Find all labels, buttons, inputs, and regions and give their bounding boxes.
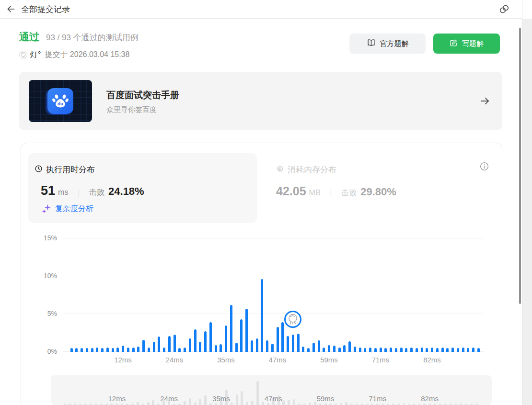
- runtime-bar[interactable]: [354, 347, 356, 352]
- runtime-bar[interactable]: [431, 348, 433, 352]
- x-axis-label: 24ms: [159, 356, 190, 364]
- runtime-bar[interactable]: [96, 348, 98, 352]
- runtime-bar[interactable]: [112, 348, 114, 352]
- runtime-bar[interactable]: [364, 348, 366, 352]
- runtime-bar[interactable]: [235, 343, 238, 352]
- runtime-bar[interactable]: [173, 335, 176, 352]
- copy-link-icon[interactable]: [497, 2, 511, 16]
- runtime-bar[interactable]: [416, 348, 418, 352]
- back-arrow-icon[interactable]: [5, 3, 17, 15]
- runtime-bar[interactable]: [405, 348, 407, 352]
- runtime-bar[interactable]: [106, 348, 109, 352]
- info-icon[interactable]: [479, 161, 489, 173]
- runtime-bar[interactable]: [441, 348, 444, 352]
- user-avatar[interactable]: [19, 51, 27, 59]
- histogram-minimap[interactable]: 12ms24ms35ms47ms59ms71ms82ms: [51, 375, 492, 405]
- runtime-bar[interactable]: [451, 348, 454, 352]
- runtime-bar[interactable]: [142, 340, 145, 352]
- runtime-bar[interactable]: [127, 348, 129, 352]
- scrollbar-thumb[interactable]: [519, 28, 521, 304]
- runtime-bar[interactable]: [122, 346, 124, 352]
- runtime-bar[interactable]: [338, 348, 341, 352]
- runtime-bar[interactable]: [312, 343, 315, 352]
- complexity-analysis-link[interactable]: 复杂度分析: [41, 203, 93, 214]
- runtime-bar[interactable]: [245, 309, 248, 352]
- runtime-bar[interactable]: [261, 279, 263, 352]
- runtime-bar[interactable]: [230, 305, 232, 352]
- runtime-bar[interactable]: [426, 348, 428, 352]
- memory-panel[interactable]: 消耗内存分布: [276, 164, 336, 175]
- runtime-bar[interactable]: [384, 348, 387, 352]
- username[interactable]: 灯°: [30, 50, 41, 60]
- user-result-marker[interactable]: [284, 311, 301, 328]
- runtime-bar[interactable]: [277, 327, 279, 352]
- runtime-bar[interactable]: [374, 348, 377, 352]
- runtime-bar[interactable]: [446, 348, 449, 352]
- runtime-bar[interactable]: [189, 338, 191, 352]
- runtime-bar[interactable]: [436, 348, 439, 352]
- runtime-bar[interactable]: [116, 348, 119, 352]
- runtime-bar[interactable]: [251, 340, 253, 352]
- runtime-bar[interactable]: [400, 348, 403, 352]
- runtime-bar[interactable]: [91, 348, 93, 352]
- runtime-bar[interactable]: [390, 348, 392, 352]
- runtime-bar[interactable]: [462, 348, 464, 352]
- runtime-bar[interactable]: [323, 348, 325, 352]
- runtime-bar[interactable]: [318, 340, 320, 352]
- runtime-bar[interactable]: [292, 335, 294, 352]
- runtime-bar[interactable]: [271, 344, 274, 352]
- runtime-bar[interactable]: [421, 348, 423, 352]
- y-axis-label: 15%: [33, 234, 57, 242]
- runtime-bar[interactable]: [194, 329, 197, 352]
- runtime-bar[interactable]: [410, 348, 413, 352]
- runtime-bar[interactable]: [209, 322, 212, 352]
- runtime-bar[interactable]: [168, 336, 171, 352]
- runtime-bar[interactable]: [137, 347, 139, 352]
- runtime-bar[interactable]: [369, 348, 371, 352]
- runtime-bar[interactable]: [220, 344, 222, 352]
- runtime-bar[interactable]: [70, 348, 73, 352]
- runtime-bar[interactable]: [281, 322, 284, 352]
- runtime-bar[interactable]: [86, 348, 88, 352]
- runtime-bar[interactable]: [457, 348, 459, 352]
- runtime-bar[interactable]: [204, 331, 207, 352]
- runtime-bar[interactable]: [348, 341, 351, 352]
- runtime-bar[interactable]: [307, 348, 310, 352]
- runtime-bar[interactable]: [153, 342, 155, 352]
- runtime-bar[interactable]: [132, 348, 135, 352]
- write-solution-button[interactable]: 写题解: [433, 34, 500, 54]
- runtime-bar[interactable]: [75, 348, 78, 352]
- runtime-bar[interactable]: [297, 334, 300, 352]
- runtime-bar[interactable]: [380, 348, 382, 352]
- runtime-bar[interactable]: [184, 348, 186, 352]
- runtime-bar[interactable]: [395, 348, 397, 352]
- runtime-bar[interactable]: [302, 347, 304, 352]
- y-axis-label: 0%: [33, 348, 57, 355]
- runtime-bar[interactable]: [266, 340, 268, 352]
- submission-detail-page: 全部提交记录 通过 93 / 93 个通过的测试用例 灯° 提交于 2026.0…: [0, 0, 532, 405]
- runtime-bar[interactable]: [333, 346, 335, 352]
- runtime-bar[interactable]: [472, 348, 474, 352]
- promo-banner[interactable]: du 百度面试突击手册 众里寻你签百度: [19, 72, 502, 130]
- runtime-histogram[interactable]: 0%5%10%15%12ms24ms35ms47ms59ms71ms82ms: [63, 230, 484, 352]
- runtime-bar[interactable]: [215, 345, 217, 352]
- minimap-bar: [251, 401, 254, 405]
- runtime-bar[interactable]: [225, 326, 227, 352]
- runtime-bar[interactable]: [178, 348, 181, 352]
- runtime-bar[interactable]: [256, 338, 258, 352]
- runtime-bar[interactable]: [359, 348, 361, 352]
- runtime-bar[interactable]: [163, 348, 165, 352]
- runtime-bar[interactable]: [467, 348, 469, 352]
- runtime-bar[interactable]: [199, 342, 201, 352]
- runtime-bar[interactable]: [158, 337, 160, 352]
- runtime-bar[interactable]: [477, 348, 480, 352]
- runtime-bar[interactable]: [343, 345, 346, 352]
- runtime-bar[interactable]: [287, 336, 289, 352]
- runtime-bar[interactable]: [81, 348, 83, 352]
- runtime-bar[interactable]: [328, 345, 330, 352]
- official-solution-button[interactable]: 官方题解: [349, 34, 426, 54]
- runtime-bar[interactable]: [240, 319, 243, 352]
- runtime-bar[interactable]: [101, 348, 104, 352]
- runtime-bar[interactable]: [148, 348, 150, 352]
- y-axis-label: 10%: [33, 272, 57, 280]
